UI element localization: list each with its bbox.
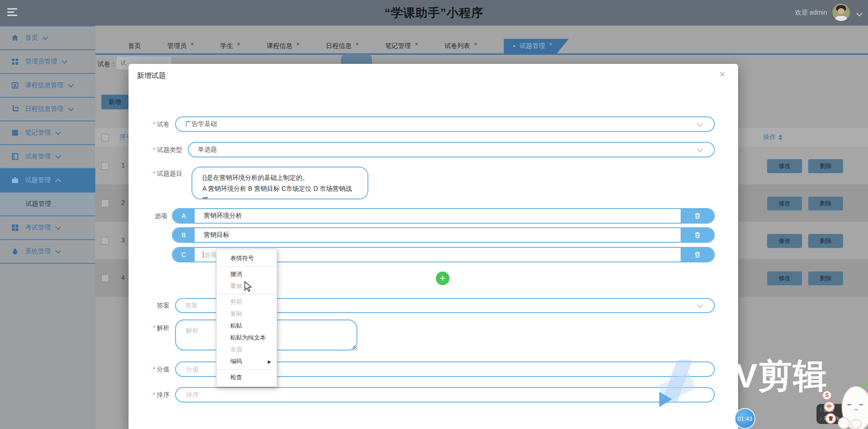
tab-course-info[interactable]: 课程信息× <box>267 42 300 50</box>
menu-separator <box>217 294 277 294</box>
order-input[interactable] <box>185 387 705 402</box>
delete-button[interactable]: 删除 <box>808 234 843 248</box>
trash-icon <box>694 212 701 220</box>
grid2-icon <box>11 224 19 232</box>
option-b-input[interactable] <box>195 228 681 242</box>
row-checkbox[interactable] <box>101 199 109 207</box>
menu-separator <box>217 266 277 267</box>
paper-icon <box>11 152 19 161</box>
add-button[interactable]: 新增 <box>101 94 129 110</box>
sidebar-item-exams[interactable]: 考试管理 <box>0 216 95 240</box>
option-letter-badge: C <box>173 248 195 262</box>
download-arrow-icon: ↓ <box>820 415 822 421</box>
close-icon[interactable]: × <box>415 41 418 47</box>
delete-option-button[interactable] <box>681 209 714 223</box>
tab-schedule-info[interactable]: 日程信息× <box>326 42 359 50</box>
sticker-mini-mascot <box>851 419 862 429</box>
sidebar-item-course[interactable]: 课程信息管理 <box>0 74 95 98</box>
sticker-mini-mascot <box>838 417 850 429</box>
menu-item-paste-plain[interactable]: 粘贴为纯文本 <box>217 332 277 344</box>
context-menu: 表情符号 撤消 重做 剪切 复制 粘贴 粘贴为纯文本 全选 编码 ▶ 检查 <box>216 249 277 387</box>
close-icon[interactable]: × <box>549 41 553 47</box>
chevron-down-icon <box>697 120 703 126</box>
home-icon <box>11 34 19 42</box>
tab-student[interactable]: 学生× <box>220 42 240 50</box>
paper-select[interactable]: 广告学基础 <box>175 116 715 132</box>
submenu-arrow-icon: ▶ <box>268 359 271 364</box>
sort-icon[interactable] <box>779 135 782 140</box>
menu-item-emoji[interactable]: 表情符号 <box>217 252 277 264</box>
menu-item-inspect[interactable]: 检查 <box>217 371 277 383</box>
menu-item-undo[interactable]: 撤消 <box>217 268 277 280</box>
sticker-s-badge: S <box>822 390 832 400</box>
recording-timer[interactable]: 01:43 <box>734 408 755 429</box>
tab-strip-underline <box>95 53 868 55</box>
type-select[interactable]: 单选题 <box>188 142 715 157</box>
topbar: “学课助手”小程序 欢迎 admin <box>0 0 868 26</box>
sidebar-item-admin[interactable]: 管理员管理 <box>0 50 95 74</box>
option-a-input[interactable] <box>195 209 681 223</box>
tab-notes[interactable]: 笔记管理× <box>385 42 418 50</box>
avatar[interactable] <box>832 4 850 21</box>
text-caret <box>203 251 203 258</box>
delete-button[interactable]: 删除 <box>808 196 843 211</box>
active-dot: ● <box>513 44 515 48</box>
row-checkbox[interactable] <box>101 162 109 170</box>
sidebar-item-schedule[interactable]: 日程信息管理 <box>0 98 95 121</box>
edit-button[interactable]: 修改 <box>767 196 802 211</box>
edit-button[interactable]: 修改 <box>767 159 802 173</box>
select-all-checkbox[interactable] <box>101 134 109 141</box>
row-checkbox[interactable] <box>101 274 109 282</box>
close-icon[interactable]: × <box>191 41 194 47</box>
menu-item-copy: 复制 <box>217 308 277 320</box>
analysis-label: *解析 <box>129 324 170 332</box>
sidebar-item-home[interactable]: 首页 <box>0 26 95 50</box>
delete-option-button[interactable] <box>681 228 714 242</box>
modal-close-icon[interactable]: × <box>719 69 725 79</box>
paper-label: *试卷 <box>129 120 170 129</box>
sticker-shirt-badge <box>825 413 836 424</box>
sticker-zhong-badge: 中 <box>824 401 835 412</box>
menu-separator <box>217 369 277 370</box>
type-label: *试题类型 <box>129 146 182 154</box>
query-button[interactable] <box>341 54 372 65</box>
trash-icon <box>694 231 701 239</box>
answer-label: 答案 <box>129 302 170 310</box>
sidebar-item-system[interactable]: 系统管理 <box>0 240 95 264</box>
add-option-button[interactable]: + <box>436 272 450 285</box>
upload-arrow-icon: ↑ <box>820 407 822 413</box>
option-letter-badge: A <box>173 209 195 223</box>
welcome-text: 欢迎 admin <box>795 9 827 17</box>
app-title: “学课助手”小程序 <box>0 5 868 21</box>
sidebar: 首页 管理员管理 课程信息管理 日程信息管理 笔记管理 试卷管理 试题管理 试题… <box>0 26 95 429</box>
row-checkbox[interactable] <box>101 237 109 245</box>
delete-button[interactable]: 删除 <box>808 271 843 286</box>
question-label: *试题题目 <box>129 170 182 178</box>
delete-option-button[interactable] <box>681 248 714 262</box>
sidebar-item-notes[interactable]: 笔记管理 <box>0 121 95 145</box>
close-icon[interactable]: × <box>237 41 240 47</box>
delete-button[interactable]: 删除 <box>808 159 843 173</box>
sidebar-item-papers[interactable]: 试卷管理 <box>0 145 95 169</box>
order-field <box>175 387 715 403</box>
close-icon[interactable]: × <box>296 41 300 47</box>
menu-item-encoding[interactable]: 编码 ▶ <box>217 356 277 367</box>
tab-home[interactable]: 首页 <box>128 42 141 50</box>
option-letter-badge: B <box>173 228 195 242</box>
edit-button[interactable]: 修改 <box>767 271 802 286</box>
sidebar-item-questions[interactable]: 试题管理 <box>0 169 95 193</box>
chevron-down-icon <box>697 302 703 308</box>
edit-button[interactable]: 修改 <box>767 234 802 248</box>
tab-paper-list[interactable]: 试卷列表× <box>444 42 477 50</box>
shirt-icon <box>828 416 834 421</box>
resize-grip-icon[interactable] <box>353 346 357 351</box>
sidebar-subitem-question-manage[interactable]: 试题管理 <box>0 193 95 216</box>
close-icon[interactable]: × <box>474 41 477 47</box>
question-textarea[interactable]: ()是在营销环境分析的基础上制定的。 A 营销环境分析 B 营销目标 C市场定位… <box>191 167 368 199</box>
tab-question-manage-active[interactable]: ●试题管理× <box>504 39 568 53</box>
close-icon[interactable]: × <box>356 41 359 47</box>
menu-item-paste[interactable]: 粘贴 <box>217 320 277 332</box>
tab-admin[interactable]: 管理员× <box>167 42 194 50</box>
modal-title: 新增试题 <box>137 71 166 81</box>
tab-strip: 首页 管理员× 学生× 课程信息× 日程信息× 笔记管理× 试卷列表× ●试题管… <box>95 39 868 53</box>
